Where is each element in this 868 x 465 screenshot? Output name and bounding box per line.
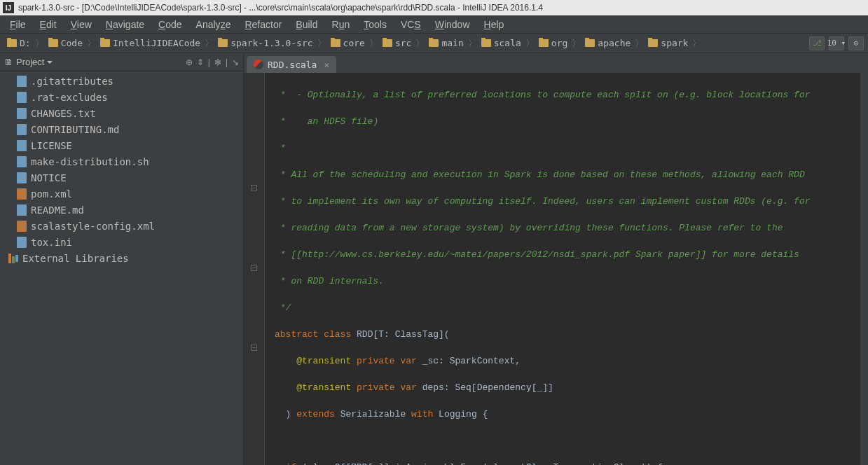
menu-run[interactable]: Run (326, 17, 356, 32)
folder-icon (7, 39, 17, 47)
tree-item-label: .gitattributes (31, 76, 113, 87)
file-icon (17, 124, 27, 135)
tree-item[interactable]: LICENSE (0, 137, 243, 153)
project-title[interactable]: Project (16, 57, 44, 67)
app-icon: IJ (3, 2, 14, 13)
gear-icon[interactable]: ✻ (214, 57, 221, 67)
folder-icon (539, 39, 549, 47)
menu-navigate[interactable]: Navigate (100, 17, 150, 32)
tree-item[interactable]: .rat-excludes (0, 89, 243, 105)
crumb-item[interactable]: src (380, 38, 414, 48)
tree-item-label: NOTICE (31, 172, 67, 183)
crumb-item[interactable]: Code (46, 38, 85, 48)
title-bar[interactable]: IJ spark-1.3.0-src - [D:\Code\IntelliJID… (0, 0, 868, 15)
crumb-item[interactable]: apache (582, 38, 633, 48)
project-panel: 🗎 Project ⊕ ⇕ | ✻ | ↘ .gitattributes .ra… (0, 53, 244, 465)
locate-button[interactable]: ⊙ (848, 36, 864, 50)
menu-analyze[interactable]: Analyze (191, 17, 237, 32)
tree-item[interactable]: scalastyle-config.xml (0, 218, 243, 234)
fold-icon[interactable] (251, 265, 257, 271)
tree-item[interactable]: CONTRIBUTING.md (0, 121, 243, 137)
tree-item-label: CHANGES.txt (31, 108, 96, 119)
tree-item-label: README.md (31, 204, 84, 216)
scala-icon (254, 60, 263, 69)
hide-icon[interactable]: ↘ (232, 57, 239, 67)
tree-item-external-libs[interactable]: External Libraries (0, 250, 243, 266)
tree-item-label: tox.ini (31, 237, 72, 248)
chevron-down-icon[interactable] (47, 61, 53, 64)
folder-icon (100, 39, 110, 47)
crumb-item[interactable]: scala (478, 38, 524, 48)
menu-file[interactable]: File (4, 17, 32, 32)
tree-item[interactable]: CHANGES.txt (0, 105, 243, 121)
folder-icon (48, 39, 58, 47)
menu-build[interactable]: Build (290, 17, 323, 32)
tree-item-label: LICENSE (31, 140, 72, 151)
project-header: 🗎 Project ⊕ ⇕ | ✻ | ↘ (0, 53, 243, 71)
menu-window[interactable]: Window (429, 17, 476, 32)
project-tree[interactable]: .gitattributes .rat-excludes CHANGES.txt… (0, 71, 243, 465)
crumb-item[interactable]: spark (645, 38, 691, 48)
editor-minimap-scroll[interactable] (860, 73, 868, 465)
folder-icon (331, 39, 340, 47)
crumb-drive[interactable]: D: (4, 38, 34, 48)
fold-icon[interactable] (251, 345, 257, 351)
gutter[interactable] (244, 73, 265, 465)
tree-item[interactable]: NOTICE (0, 169, 243, 186)
folder-icon (429, 39, 439, 47)
tree-item[interactable]: README.md (0, 202, 243, 218)
folder-icon (648, 39, 658, 47)
crumb-item[interactable]: main (426, 38, 466, 48)
editor-tab[interactable]: RDD.scala × (247, 56, 336, 73)
tree-item[interactable]: make-distribution.sh (0, 153, 243, 169)
editor-tabs: RDD.scala × (244, 53, 868, 73)
scroll-target-icon[interactable]: ⊕ (186, 57, 193, 67)
crumb-item[interactable]: IntelliJIDEACode (97, 38, 203, 48)
window-title: spark-1.3.0-src - [D:\Code\IntelliJIDEAC… (18, 3, 543, 13)
menu-edit[interactable]: Edit (34, 17, 62, 32)
tree-item[interactable]: tox.ini (0, 234, 243, 250)
folder-icon (585, 39, 595, 47)
tree-item-label: External Libraries (22, 253, 129, 264)
xml-file-icon (17, 221, 27, 232)
folder-icon (481, 39, 491, 47)
file-icon (17, 172, 27, 183)
crumb-item[interactable]: spark-1.3.0-src (215, 38, 315, 48)
file-icon (17, 108, 27, 119)
fold-icon[interactable] (251, 185, 257, 191)
tree-item[interactable]: pom.xml (0, 186, 243, 202)
tree-item[interactable]: .gitattributes (0, 73, 243, 89)
tree-item-label: pom.xml (31, 188, 72, 200)
tree-item-label: make-distribution.sh (31, 156, 149, 167)
menu-code[interactable]: Code (153, 17, 187, 32)
breadcrumb: D:〉 Code〉 IntelliJIDEACode〉 spark-1.3.0-… (0, 34, 868, 53)
folder-icon (383, 39, 392, 47)
code-area[interactable]: * - Optionally, a list of preferred loca… (244, 73, 868, 465)
file-icon (17, 237, 27, 248)
file-icon (17, 76, 27, 87)
crumb-item[interactable]: core (328, 38, 368, 48)
editor-tab-label: RDD.scala (268, 60, 317, 70)
library-icon (8, 254, 18, 263)
project-view-icon: 🗎 (4, 57, 13, 67)
editor-area: RDD.scala × * - Optionally, a list (244, 53, 868, 465)
file-icon (17, 204, 27, 216)
collapse-icon[interactable]: ⇕ (197, 57, 204, 67)
folder-icon (218, 39, 228, 47)
vcs-branch-button[interactable]: ⎇ (809, 36, 825, 50)
mode-dropdown[interactable]: 10 ▾ (829, 36, 844, 50)
code-lines[interactable]: * - Optionally, a list of preferred loca… (265, 73, 860, 465)
close-icon[interactable]: × (324, 60, 329, 70)
main-area: 🗎 Project ⊕ ⇕ | ✻ | ↘ .gitattributes .ra… (0, 53, 868, 465)
menu-refactor[interactable]: Refactor (239, 17, 287, 32)
xml-file-icon (17, 188, 27, 200)
toolbar-right: ⎇ 10 ▾ ⊙ (809, 36, 864, 50)
crumb-item[interactable]: org (536, 38, 570, 48)
tree-item-label: CONTRIBUTING.md (31, 124, 119, 135)
menu-help[interactable]: Help (478, 17, 510, 32)
menu-vcs[interactable]: VCS (395, 17, 427, 32)
menu-tools[interactable]: Tools (358, 17, 392, 32)
menu-view[interactable]: View (65, 17, 97, 32)
file-icon (17, 92, 27, 103)
file-icon (17, 140, 27, 151)
